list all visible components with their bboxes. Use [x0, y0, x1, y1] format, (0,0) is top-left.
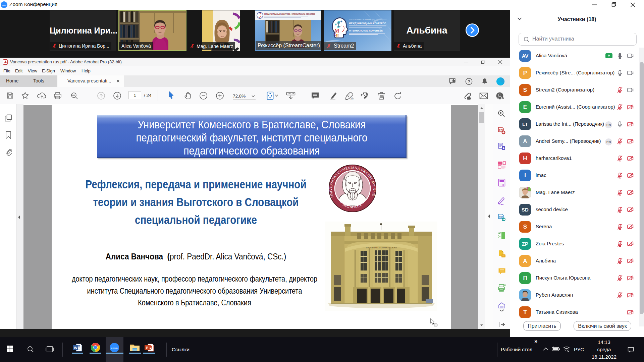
svg-text:И: И: [336, 34, 339, 37]
svg-text:PDF: PDF: [499, 216, 503, 218]
svg-text:zoom: zoom: [111, 347, 118, 350]
svg-text:МЕЖДУНАРОДНЫЙ КОНГРЕСС / INTER: МЕЖДУНАРОДНЫЙ КОНГРЕСС / INTERNATIONAL C…: [264, 13, 316, 15]
svg-text:INTERNATIONAL CONGRESS: INTERNATIONAL CONGRESS: [349, 29, 383, 32]
svg-text:15 — 17 НОЯБРЯ · NOVEMBER 202: 15 — 17 НОЯБРЯ · NOVEMBER 2022: [349, 19, 375, 20]
svg-text:x: x: [502, 183, 504, 186]
svg-text:МЕЖДУНАРОДНЫЙ КОНГРЕСС: МЕЖДУНАРОДНЫЙ КОНГРЕСС: [349, 22, 386, 25]
svg-text:Mv: Mv: [350, 97, 354, 100]
svg-text:W: W: [74, 346, 77, 350]
svg-text:К: К: [333, 33, 336, 37]
svg-text:?: ?: [468, 79, 470, 84]
svg-text:zoom: zoom: [2, 4, 6, 6]
svg-text:P: P: [146, 346, 148, 350]
